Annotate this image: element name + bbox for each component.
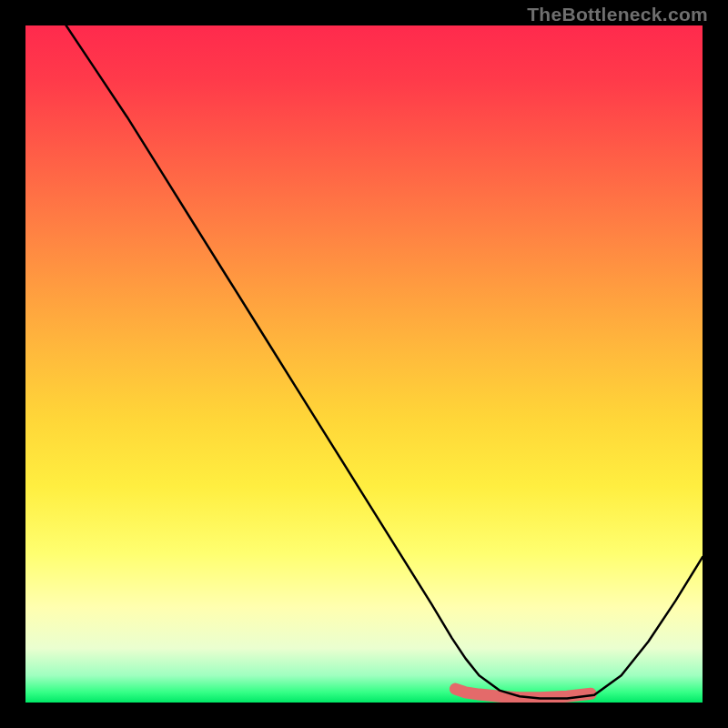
watermark-text: TheBottleneck.com (527, 4, 708, 25)
plot-area (25, 25, 703, 703)
chart-svg (25, 25, 703, 703)
chart-frame: TheBottleneck.com (0, 0, 728, 728)
curve-line (66, 25, 703, 699)
